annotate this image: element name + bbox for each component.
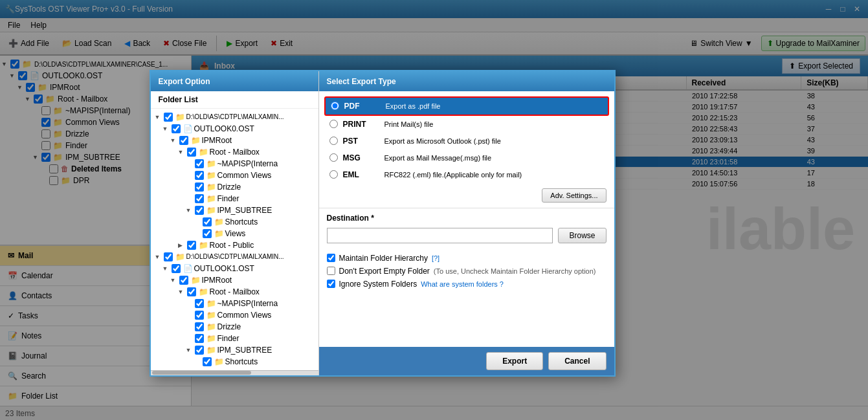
maintain-hierarchy-checkbox[interactable] xyxy=(327,254,335,262)
export-type-pdf-label: PDF xyxy=(344,102,383,111)
tree-node[interactable]: ▼ 📁 IPMRoot xyxy=(153,135,316,146)
browse-button[interactable]: Browse xyxy=(558,228,606,243)
export-type-eml[interactable]: EML RFC822 (.eml) file.(Applicable only … xyxy=(324,166,609,183)
export-type-pdf[interactable]: PDF Export as .pdf file xyxy=(324,96,609,116)
tree-checkbox[interactable] xyxy=(203,217,212,227)
export-type-eml-radio[interactable] xyxy=(329,170,338,179)
folder-icon: 📁 xyxy=(206,194,216,203)
tree-node[interactable]: ▼ 📁 Root - Mailbox xyxy=(153,146,316,158)
tree-node[interactable]: 📁 Drizzle xyxy=(153,181,316,193)
option-ignore-system: Ignore System Folders What are system fo… xyxy=(327,280,606,289)
dont-export-empty-label: Don't Export Empty Folder xyxy=(339,267,430,276)
tree-node[interactable]: 📁 Views xyxy=(153,228,316,239)
export-submit-button[interactable]: Export xyxy=(486,352,543,370)
tree-checkbox[interactable] xyxy=(203,357,212,366)
tree-checkbox[interactable] xyxy=(187,241,196,250)
tree-label: Drizzle xyxy=(217,322,241,331)
export-modal: Export Option Folder List ▼ 📁 D:\OLD\AS\… xyxy=(150,70,616,377)
tree-checkbox[interactable] xyxy=(195,194,204,203)
ignore-system-label: Ignore System Folders xyxy=(339,280,417,289)
tree-checkbox[interactable] xyxy=(195,311,204,320)
expand-icon: ▼ xyxy=(155,114,162,120)
tree-checkbox[interactable] xyxy=(164,252,173,261)
destination-label: Destination * xyxy=(327,214,374,223)
export-type-msg[interactable]: MSG Export as Mail Message(.msg) file xyxy=(324,149,609,166)
export-type-msg-radio[interactable] xyxy=(329,153,338,162)
tree-node[interactable]: ▼ 📁 IPM_SUBTREE xyxy=(153,204,316,216)
tree-node[interactable]: 📁 ~MAPISP(Interna xyxy=(153,298,316,309)
folder-icon: 📁 xyxy=(206,171,216,180)
tree-node[interactable]: 📁 Shortcuts xyxy=(153,216,316,228)
tree-node[interactable]: ▼ 📁 IPMRoot xyxy=(153,274,316,286)
folder-icon: 📁 xyxy=(191,276,201,285)
destination-row: Browse xyxy=(327,228,606,243)
tree-node[interactable]: ▼ 📁 D:\OLD\AS\CDTPL\MAILXAMIN... xyxy=(153,251,316,263)
export-type-print[interactable]: PRINT Print Mail(s) file xyxy=(324,116,609,133)
tree-node[interactable]: ▼ 📁 Root - Mailbox xyxy=(153,286,316,298)
tree-label: Views xyxy=(225,229,246,238)
folder-icon: 📁 xyxy=(206,206,216,215)
tree-checkbox[interactable] xyxy=(195,182,204,192)
tree-checkbox[interactable] xyxy=(179,136,188,145)
tree-checkbox[interactable] xyxy=(179,276,188,285)
tree-node[interactable]: 📁 Common Views xyxy=(153,309,316,321)
ignore-system-help-link[interactable]: What are system folders ? xyxy=(421,280,504,288)
modal-left-panel: Export Option Folder List ▼ 📁 D:\OLD\AS\… xyxy=(151,71,319,375)
tree-node[interactable]: ▶ 📁 Root - Public xyxy=(153,239,316,251)
tree-label: IPMRoot xyxy=(202,136,232,145)
expand-icon: ▼ xyxy=(170,137,178,144)
tree-node[interactable]: ▼ 📁 IPM_SUBTREE xyxy=(153,344,316,356)
tree-node[interactable]: ▼ 📄 OUTLOOK0.OST xyxy=(153,123,316,135)
modal-right-panel: Select Export Type PDF Export as .pdf fi… xyxy=(319,71,614,375)
tree-node[interactable]: 📁 ~MAPISP(Interna xyxy=(153,158,316,170)
dont-export-empty-checkbox[interactable] xyxy=(327,267,335,275)
tree-checkbox[interactable] xyxy=(172,264,181,273)
adv-settings-button[interactable]: Adv. Settings... xyxy=(542,188,606,203)
tree-node[interactable]: 📁 Finder xyxy=(153,193,316,204)
tree-checkbox[interactable] xyxy=(195,299,204,308)
tree-checkbox[interactable] xyxy=(172,124,181,133)
tree-label: OUTLOOK1.OST xyxy=(194,264,254,273)
options-area: Maintain Folder Hierarchy [?] Don't Expo… xyxy=(319,249,614,298)
cancel-button[interactable]: Cancel xyxy=(548,352,606,370)
tree-checkbox[interactable] xyxy=(195,159,204,168)
modal-right-title: Select Export Type xyxy=(319,71,614,91)
ignore-system-checkbox[interactable] xyxy=(327,280,335,288)
folder-list-label: Folder List xyxy=(151,91,318,109)
tree-checkbox[interactable] xyxy=(164,113,173,122)
tree-checkbox[interactable] xyxy=(187,148,196,157)
destination-input[interactable] xyxy=(327,228,553,243)
maintain-hierarchy-help-link[interactable]: [?] xyxy=(432,254,440,262)
tree-checkbox[interactable] xyxy=(195,322,204,331)
tree-node[interactable]: 📁 Drizzle xyxy=(153,321,316,333)
tree-node[interactable]: 📁 Finder xyxy=(153,333,316,344)
tree-label: Shortcuts xyxy=(225,357,258,366)
tree-node[interactable]: 📁 Shortcuts xyxy=(153,356,316,368)
expand-icon: ▼ xyxy=(162,126,170,132)
tree-checkbox[interactable] xyxy=(203,229,212,238)
tree-node[interactable]: 📁 Common Views xyxy=(153,170,316,181)
tree-node[interactable]: ▼ 📁 D:\OLD\AS\CDTPL\MAILXAMIN... xyxy=(153,111,316,123)
modal-footer: Export Cancel xyxy=(319,347,614,375)
export-type-pst-radio[interactable] xyxy=(329,137,338,145)
tree-node[interactable]: ▼ 📄 OUTLOOK1.OST xyxy=(153,263,316,274)
folder-icon: 📁 xyxy=(175,252,185,261)
export-type-print-radio[interactable] xyxy=(329,120,338,128)
tree-checkbox[interactable] xyxy=(195,346,204,355)
expand-icon: ▼ xyxy=(178,149,186,155)
export-type-eml-desc: RFC822 (.eml) file.(Applicable only for … xyxy=(384,171,522,179)
tree-checkbox[interactable] xyxy=(187,287,196,296)
folder-icon: 📁 xyxy=(199,148,208,157)
export-type-pst[interactable]: PST Export as Microsoft Outlook (.pst) f… xyxy=(324,133,609,149)
folder-icon: 📁 xyxy=(175,113,185,122)
tree-checkbox[interactable] xyxy=(195,206,204,215)
expand-icon: ▼ xyxy=(186,207,194,214)
export-type-msg-desc: Export as Mail Message(.msg) file xyxy=(384,154,492,162)
folder-list-tree[interactable]: ▼ 📁 D:\OLD\AS\CDTPL\MAILXAMIN... ▼ 📄 OUT… xyxy=(151,109,318,370)
ost-icon: 📄 xyxy=(183,124,193,133)
destination-section: Destination * Browse xyxy=(319,208,614,249)
tree-label: Root - Public xyxy=(210,241,254,250)
tree-checkbox[interactable] xyxy=(195,334,204,343)
export-type-pdf-radio[interactable] xyxy=(331,102,339,110)
tree-checkbox[interactable] xyxy=(195,171,204,180)
